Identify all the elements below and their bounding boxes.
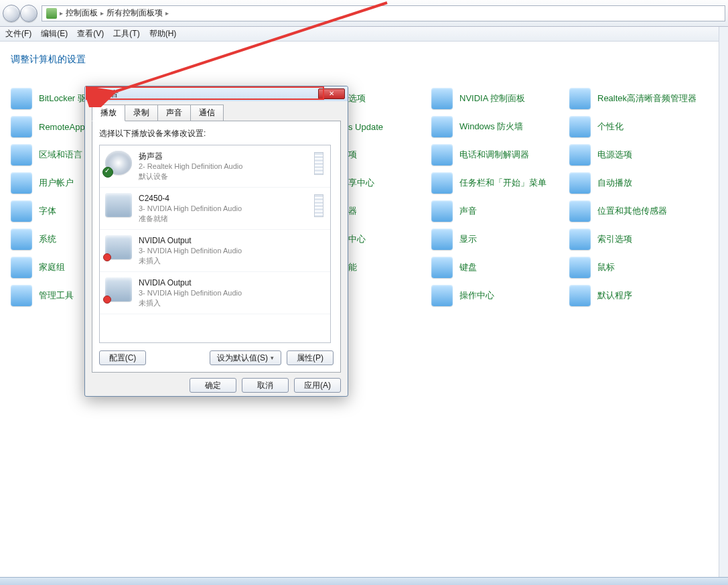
breadcrumb-part[interactable]: 控制面板 bbox=[66, 7, 98, 19]
autoplay-icon bbox=[569, 172, 591, 194]
tab-sound[interactable]: 声音 bbox=[157, 105, 191, 121]
tab-comm[interactable]: 通信 bbox=[190, 105, 224, 121]
personalize-icon bbox=[569, 116, 591, 137]
cp-label: s Update bbox=[348, 122, 383, 132]
cp-item-partial[interactable]: 项 bbox=[348, 143, 357, 166]
cp-item-fonts[interactable]: 字体 bbox=[11, 200, 56, 222]
nav-forward-button[interactable] bbox=[20, 5, 38, 22]
cp-item-admin-tools[interactable]: 管理工具 bbox=[11, 284, 74, 307]
cp-label: 声音 bbox=[459, 205, 477, 217]
sound-icon bbox=[431, 200, 453, 222]
device-name: NVIDIA Output bbox=[139, 277, 242, 288]
control-panel-grid: BitLocker 驱 RemoteApp 区域和语言 用户帐户 字体 系统 家… bbox=[0, 72, 728, 86]
menu-tools[interactable]: 工具(T) bbox=[113, 28, 139, 40]
taskbar[interactable] bbox=[0, 577, 728, 585]
cp-item-partial[interactable]: 选项 bbox=[348, 87, 366, 110]
menu-help[interactable]: 帮助(H) bbox=[149, 28, 177, 40]
phone-modem-icon bbox=[431, 144, 453, 166]
device-item[interactable]: NVIDIA Output 3- NVIDIA High Definition … bbox=[100, 230, 330, 272]
cp-item-bitlocker[interactable]: BitLocker 驱 bbox=[11, 87, 86, 110]
cp-item-sound[interactable]: 声音 bbox=[431, 200, 477, 222]
cp-label: Windows 防火墙 bbox=[459, 121, 523, 133]
unplugged-icon bbox=[103, 253, 111, 261]
address-bar: ▸ 控制面板 ▸ 所有控制面板项 ▸ bbox=[0, 0, 728, 27]
control-panel-icon bbox=[46, 8, 57, 19]
cp-item-phone-modem[interactable]: 电话和调制解调器 bbox=[431, 143, 529, 166]
breadcrumb[interactable]: ▸ 控制面板 ▸ 所有控制面板项 ▸ bbox=[42, 5, 725, 21]
properties-button[interactable]: 属性(P) bbox=[287, 350, 334, 365]
indexing-icon bbox=[569, 229, 591, 250]
cp-item-display[interactable]: 显示 bbox=[431, 228, 477, 251]
cp-item-user-accounts[interactable]: 用户帐户 bbox=[11, 172, 74, 194]
cp-label: RemoteApp bbox=[39, 122, 85, 132]
breadcrumb-sep: ▸ bbox=[165, 9, 169, 17]
cancel-button[interactable]: 取消 bbox=[242, 378, 289, 393]
breadcrumb-sep: ▸ bbox=[100, 9, 104, 17]
apply-button[interactable]: 应用(A) bbox=[294, 378, 341, 393]
device-name: NVIDIA Output bbox=[139, 235, 242, 246]
cp-item-autoplay[interactable]: 自动播放 bbox=[569, 172, 632, 194]
nav-back-button[interactable] bbox=[3, 5, 20, 22]
configure-button[interactable]: 配置(C) bbox=[99, 350, 146, 365]
level-meter-icon bbox=[314, 152, 323, 175]
cp-label: NVIDIA 控制面板 bbox=[459, 92, 525, 105]
set-default-button[interactable]: 设为默认值(S) bbox=[210, 350, 281, 365]
cp-label: 用户帐户 bbox=[39, 177, 74, 189]
cp-item-action-center[interactable]: 操作中心 bbox=[431, 284, 494, 307]
cp-label: 能 bbox=[348, 261, 357, 273]
ok-button[interactable]: 确定 bbox=[190, 378, 236, 393]
cp-item-region[interactable]: 区域和语言 bbox=[11, 143, 82, 166]
cp-label: 电话和调制解调器 bbox=[459, 149, 529, 161]
cp-item-system[interactable]: 系统 bbox=[11, 228, 56, 251]
device-subtitle: 3- NVIDIA High Definition Audio bbox=[139, 204, 242, 214]
cp-item-partial[interactable]: 能 bbox=[348, 256, 357, 279]
device-item[interactable]: 扬声器 2- Realtek High Definition Audio 默认设… bbox=[100, 145, 330, 188]
cp-item-nvidia[interactable]: NVIDIA 控制面板 bbox=[431, 87, 525, 110]
tab-row: 播放 录制 声音 通信 bbox=[85, 101, 348, 121]
default-programs-icon bbox=[569, 285, 591, 306]
cp-item-firewall[interactable]: Windows 防火墙 bbox=[431, 115, 523, 138]
cp-item-partial[interactable]: 享中心 bbox=[348, 172, 374, 194]
cp-item-personalize[interactable]: 个性化 bbox=[569, 115, 624, 138]
cp-item-default-programs[interactable]: 默认程序 bbox=[569, 284, 632, 307]
monitor-icon bbox=[105, 235, 132, 259]
cp-item-homegroup[interactable]: 家庭组 bbox=[11, 256, 65, 279]
tab-playback[interactable]: 播放 bbox=[92, 105, 125, 121]
device-name: C2450-4 bbox=[139, 193, 242, 204]
nvidia-icon bbox=[431, 88, 453, 109]
cp-label: 系统 bbox=[39, 233, 56, 245]
cp-label: 享中心 bbox=[348, 177, 374, 189]
device-item[interactable]: NVIDIA Output 3- NVIDIA High Definition … bbox=[100, 272, 330, 314]
device-item[interactable]: C2450-4 3- NVIDIA High Definition Audio … bbox=[100, 188, 330, 230]
vertical-scrollbar[interactable] bbox=[719, 27, 728, 577]
dialog-title-bar[interactable]: 声音 ✕ bbox=[85, 86, 348, 101]
display-icon bbox=[431, 229, 453, 250]
cp-item-power[interactable]: 电源选项 bbox=[569, 143, 632, 166]
cp-label: 字体 bbox=[39, 205, 56, 217]
cp-item-partial[interactable]: 器 bbox=[348, 200, 357, 222]
cp-item-sensors[interactable]: 位置和其他传感器 bbox=[569, 200, 667, 222]
cp-item-partial[interactable]: 中心 bbox=[348, 228, 366, 251]
device-status: 默认设备 bbox=[139, 172, 242, 182]
menu-file[interactable]: 文件(F) bbox=[5, 28, 31, 40]
tab-record[interactable]: 录制 bbox=[125, 105, 158, 121]
menu-bar: 文件(F) 编辑(E) 查看(V) 工具(T) 帮助(H) bbox=[0, 27, 728, 42]
cp-item-realtek[interactable]: Realtek高清晰音频管理器 bbox=[569, 87, 697, 110]
menu-view[interactable]: 查看(V) bbox=[77, 28, 104, 40]
cp-label: 默认程序 bbox=[597, 289, 632, 302]
cp-label: 家庭组 bbox=[39, 261, 65, 273]
taskbar-icon bbox=[431, 172, 453, 194]
device-subtitle: 3- NVIDIA High Definition Audio bbox=[139, 288, 242, 298]
cp-item-keyboard[interactable]: 键盘 bbox=[431, 256, 477, 279]
breadcrumb-part[interactable]: 所有控制面板项 bbox=[106, 7, 163, 19]
breadcrumb-sep: ▸ bbox=[60, 9, 63, 17]
device-subtitle: 2- Realtek High Definition Audio bbox=[139, 161, 242, 172]
cp-item-indexing[interactable]: 索引选项 bbox=[569, 228, 632, 251]
device-list[interactable]: 扬声器 2- Realtek High Definition Audio 默认设… bbox=[99, 145, 331, 343]
cp-item-mouse[interactable]: 鼠标 bbox=[569, 256, 615, 279]
cp-item-taskbar-start[interactable]: 任务栏和「开始」菜单 bbox=[431, 172, 547, 194]
cp-item-remoteapp[interactable]: RemoteApp bbox=[11, 115, 85, 138]
close-button[interactable]: ✕ bbox=[318, 88, 345, 99]
menu-edit[interactable]: 编辑(E) bbox=[41, 28, 68, 40]
cp-item-partial[interactable]: s Update bbox=[348, 115, 383, 138]
